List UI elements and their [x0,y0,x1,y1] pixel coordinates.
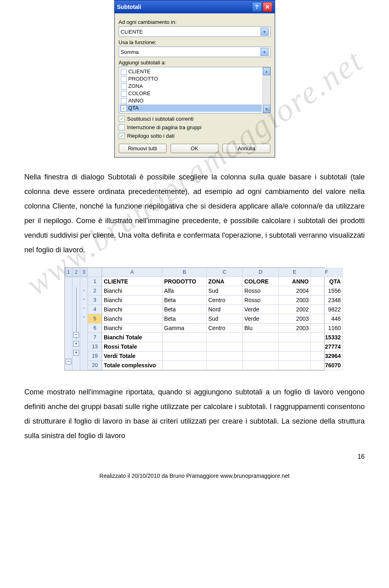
row-number[interactable]: 19 [88,352,102,360]
scroll-up-icon[interactable]: ▴ [263,67,270,75]
check-icon[interactable] [121,76,127,82]
column-header[interactable]: D [243,268,279,277]
cell[interactable]: 2003 [279,324,311,332]
cell[interactable]: Alfa [162,286,207,295]
cell[interactable] [279,333,311,342]
cell[interactable]: 2003 [279,296,311,305]
row-number[interactable]: 5 [88,314,102,323]
cell[interactable] [162,333,207,342]
cell[interactable]: 32964 [311,352,343,360]
cancel-button[interactable]: Annulla [222,144,270,153]
cell[interactable] [207,333,243,342]
cell[interactable]: 2004 [279,286,311,295]
column-header[interactable]: C [207,268,243,277]
row-number[interactable]: 13 [88,342,102,351]
check-icon[interactable] [119,124,125,130]
scroll-down-icon[interactable]: ▾ [263,105,270,113]
cell[interactable]: Bianchi [102,314,162,323]
cell[interactable] [162,361,207,370]
column-header[interactable]: E [279,268,311,277]
cell[interactable]: 1160 [311,324,343,332]
cell[interactable]: Bianchi [102,305,162,314]
cell[interactable] [243,333,279,342]
chevron-down-icon[interactable]: ▾ [261,48,269,56]
cell[interactable]: Beta [162,314,207,323]
cell[interactable] [279,342,311,351]
cell[interactable] [279,352,311,360]
row-number[interactable]: 6 [88,324,102,332]
cell[interactable]: 2348 [311,296,343,305]
cell[interactable]: CLIENTE [102,277,162,286]
cell[interactable]: Verde [243,305,279,314]
column-header[interactable]: B [162,268,207,277]
collapse-icon[interactable]: − [73,332,79,338]
cell[interactable]: 15332 [311,333,343,342]
chevron-down-icon[interactable]: ▾ [261,28,269,36]
cell[interactable]: ANNO [279,277,311,286]
cell[interactable]: Nord [207,305,243,314]
cell[interactable]: Centro [207,324,243,332]
outline-level-2[interactable]: 2 [73,268,80,277]
cell[interactable]: Totale complessivo [102,361,162,370]
cell[interactable]: Sud [207,286,243,295]
cell[interactable]: Gamma [162,324,207,332]
cell[interactable] [207,342,243,351]
ok-button[interactable]: OK [171,144,218,153]
column-header[interactable]: A [102,268,162,277]
outline-panel[interactable]: 1 − 2 − + + 3 [65,268,88,370]
cell[interactable]: PRODOTTO [162,277,207,286]
cell[interactable]: Rosso [243,286,279,295]
row-number[interactable]: 2 [88,286,102,295]
list-item[interactable]: ANNO [120,97,262,104]
close-icon[interactable]: ✕ [263,2,272,12]
collapse-icon[interactable]: − [66,359,71,364]
cell[interactable]: 1556 [311,286,343,295]
cell[interactable]: 2002 [279,305,311,314]
check-icon[interactable] [121,69,127,75]
check-icon[interactable]: ✓ [119,133,125,139]
cell[interactable]: ZONA [207,277,243,286]
row-number[interactable]: 1 [88,277,102,286]
cell[interactable] [162,352,207,360]
cell[interactable] [243,361,279,370]
list-item[interactable]: PRODOTTO [120,75,262,83]
row-number[interactable]: 20 [88,361,102,370]
remove-all-button[interactable]: Rimuovi tutti [119,144,167,153]
select-change-on[interactable]: CLIENTE ▾ [119,26,271,37]
outline-level-3[interactable]: 3 [80,268,88,277]
check-icon[interactable] [121,91,127,97]
cell[interactable]: Bianchi [102,324,162,332]
scrollbar[interactable]: ▴ ▾ [263,67,270,113]
cell[interactable] [279,361,311,370]
row-number[interactable]: 7 [88,333,102,342]
expand-icon[interactable]: + [73,341,79,347]
cell[interactable]: Bianchi [102,286,162,295]
check-icon[interactable]: ✓ [121,105,127,111]
cell[interactable]: Beta [162,305,207,314]
cell[interactable]: Verde [243,314,279,323]
checkbox-replace[interactable]: ✓ Sostituisci i subtotali correnti [119,116,271,122]
cell[interactable]: COLORE [243,277,279,286]
cell[interactable] [243,342,279,351]
cell[interactable] [162,342,207,351]
cell[interactable]: Beta [162,296,207,305]
cell[interactable] [243,352,279,360]
cell[interactable] [207,361,243,370]
cell[interactable]: Sud [207,314,243,323]
cell[interactable]: Bianchi Totale [102,333,162,342]
check-icon[interactable] [121,98,127,104]
listbox-add-subtotals[interactable]: CLIENTEPRODOTTOZONACOLOREANNO✓QTA ▴ ▾ [119,67,271,113]
cell[interactable] [207,352,243,360]
checkbox-pagebreak[interactable]: Interruzione di pagina tra gruppi [119,124,271,130]
select-function[interactable]: Somma ▾ [119,47,271,57]
cell[interactable]: 446 [311,314,343,323]
cell[interactable]: 2003 [279,314,311,323]
cell[interactable]: QTA [311,277,343,286]
cell[interactable]: 76070 [311,361,343,370]
dialog-titlebar[interactable]: Subtotali ? ✕ [115,0,275,13]
list-item[interactable]: ✓QTA [120,104,262,112]
help-icon[interactable]: ? [252,2,262,12]
cell[interactable]: Blu [243,324,279,332]
corner-cell[interactable] [88,268,102,277]
row-number[interactable]: 4 [88,305,102,314]
